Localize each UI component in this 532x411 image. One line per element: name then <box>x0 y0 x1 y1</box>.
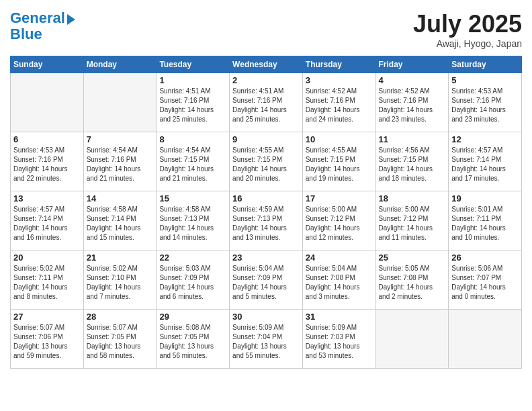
day-number: 8 <box>159 134 226 144</box>
day-info: Sunrise: 5:02 AM Sunset: 7:11 PM Dayligh… <box>13 264 81 302</box>
logo-arrow-icon <box>67 14 75 25</box>
calendar-cell: 7Sunrise: 4:54 AM Sunset: 7:16 PM Daylig… <box>83 132 157 191</box>
calendar-cell: 13Sunrise: 4:57 AM Sunset: 7:14 PM Dayli… <box>11 191 84 250</box>
title-block: July 2025 Awaji, Hyogo, Japan <box>413 10 522 49</box>
day-number: 15 <box>159 193 226 203</box>
day-number: 20 <box>13 253 81 263</box>
calendar-cell: 14Sunrise: 4:58 AM Sunset: 7:14 PM Dayli… <box>83 191 157 250</box>
calendar-cell: 19Sunrise: 5:01 AM Sunset: 7:11 PM Dayli… <box>449 191 522 250</box>
calendar-cell: 4Sunrise: 4:52 AM Sunset: 7:16 PM Daylig… <box>375 73 449 132</box>
day-number: 18 <box>379 193 446 203</box>
day-info: Sunrise: 5:06 AM Sunset: 7:07 PM Dayligh… <box>451 264 519 302</box>
calendar-cell: 24Sunrise: 5:04 AM Sunset: 7:08 PM Dayli… <box>302 250 375 310</box>
day-number: 26 <box>451 253 519 263</box>
logo-blue: Blue <box>10 26 75 42</box>
calendar-cell: 15Sunrise: 4:58 AM Sunset: 7:13 PM Dayli… <box>157 191 230 250</box>
day-info: Sunrise: 5:01 AM Sunset: 7:11 PM Dayligh… <box>451 205 519 242</box>
day-number: 17 <box>306 193 373 203</box>
day-info: Sunrise: 4:58 AM Sunset: 7:13 PM Dayligh… <box>159 205 226 242</box>
day-info: Sunrise: 4:51 AM Sunset: 7:16 PM Dayligh… <box>232 87 300 124</box>
day-number: 1 <box>159 75 226 85</box>
day-info: Sunrise: 5:03 AM Sunset: 7:09 PM Dayligh… <box>159 264 226 302</box>
calendar-cell: 29Sunrise: 5:08 AM Sunset: 7:05 PM Dayli… <box>157 310 230 369</box>
day-number: 5 <box>451 75 519 85</box>
day-info: Sunrise: 5:00 AM Sunset: 7:12 PM Dayligh… <box>379 205 446 242</box>
day-info: Sunrise: 4:59 AM Sunset: 7:13 PM Dayligh… <box>232 205 300 242</box>
day-number: 28 <box>87 312 154 322</box>
day-info: Sunrise: 4:53 AM Sunset: 7:16 PM Dayligh… <box>451 87 519 124</box>
day-info: Sunrise: 4:57 AM Sunset: 7:14 PM Dayligh… <box>13 205 81 242</box>
day-info: Sunrise: 4:55 AM Sunset: 7:15 PM Dayligh… <box>232 146 300 183</box>
calendar-cell <box>375 310 449 369</box>
calendar-cell <box>449 310 522 369</box>
day-info: Sunrise: 5:09 AM Sunset: 7:04 PM Dayligh… <box>232 323 300 361</box>
weekday-header-thursday: Thursday <box>302 56 375 73</box>
calendar-cell: 31Sunrise: 5:09 AM Sunset: 7:03 PM Dayli… <box>302 310 375 369</box>
calendar-cell: 18Sunrise: 5:00 AM Sunset: 7:12 PM Dayli… <box>375 191 449 250</box>
calendar-cell: 20Sunrise: 5:02 AM Sunset: 7:11 PM Dayli… <box>11 250 84 310</box>
weekday-header-tuesday: Tuesday <box>157 56 230 73</box>
day-number: 22 <box>159 253 226 263</box>
day-number: 6 <box>13 134 81 144</box>
weekday-header-sunday: Sunday <box>11 56 84 73</box>
calendar-cell: 21Sunrise: 5:02 AM Sunset: 7:10 PM Dayli… <box>83 250 157 310</box>
day-info: Sunrise: 4:58 AM Sunset: 7:14 PM Dayligh… <box>87 205 154 242</box>
calendar-cell: 2Sunrise: 4:51 AM Sunset: 7:16 PM Daylig… <box>230 73 303 132</box>
calendar-cell: 23Sunrise: 5:04 AM Sunset: 7:09 PM Dayli… <box>230 250 303 310</box>
calendar-cell: 6Sunrise: 4:53 AM Sunset: 7:16 PM Daylig… <box>11 132 84 191</box>
day-number: 23 <box>232 253 300 263</box>
calendar-cell <box>11 73 84 132</box>
calendar-table: SundayMondayTuesdayWednesdayThursdayFrid… <box>10 56 522 369</box>
day-number: 9 <box>232 134 300 144</box>
day-number: 16 <box>232 193 300 203</box>
day-info: Sunrise: 5:02 AM Sunset: 7:10 PM Dayligh… <box>87 264 154 302</box>
weekday-header-wednesday: Wednesday <box>230 56 303 73</box>
header: General Blue July 2025 Awaji, Hyogo, Jap… <box>10 10 522 49</box>
day-info: Sunrise: 4:57 AM Sunset: 7:14 PM Dayligh… <box>451 146 519 183</box>
day-number: 2 <box>232 75 300 85</box>
month-title: July 2025 <box>413 10 522 38</box>
weekday-header-monday: Monday <box>83 56 157 73</box>
calendar-cell: 16Sunrise: 4:59 AM Sunset: 7:13 PM Dayli… <box>230 191 303 250</box>
day-number: 21 <box>87 253 154 263</box>
calendar-cell: 5Sunrise: 4:53 AM Sunset: 7:16 PM Daylig… <box>449 73 522 132</box>
day-number: 7 <box>87 134 154 144</box>
day-info: Sunrise: 4:55 AM Sunset: 7:15 PM Dayligh… <box>306 146 373 183</box>
day-number: 4 <box>379 75 446 85</box>
calendar-cell: 12Sunrise: 4:57 AM Sunset: 7:14 PM Dayli… <box>449 132 522 191</box>
calendar-cell: 28Sunrise: 5:07 AM Sunset: 7:05 PM Dayli… <box>83 310 157 369</box>
day-info: Sunrise: 5:00 AM Sunset: 7:12 PM Dayligh… <box>306 205 373 242</box>
day-number: 29 <box>159 312 226 322</box>
day-info: Sunrise: 4:53 AM Sunset: 7:16 PM Dayligh… <box>13 146 81 183</box>
day-info: Sunrise: 5:05 AM Sunset: 7:08 PM Dayligh… <box>379 264 446 302</box>
day-info: Sunrise: 5:04 AM Sunset: 7:08 PM Dayligh… <box>306 264 373 302</box>
day-number: 14 <box>87 193 154 203</box>
day-info: Sunrise: 4:51 AM Sunset: 7:16 PM Dayligh… <box>159 87 226 124</box>
day-info: Sunrise: 4:54 AM Sunset: 7:16 PM Dayligh… <box>87 146 154 183</box>
day-number: 11 <box>379 134 446 144</box>
day-info: Sunrise: 5:04 AM Sunset: 7:09 PM Dayligh… <box>232 264 300 302</box>
day-number: 24 <box>306 253 373 263</box>
day-number: 25 <box>379 253 446 263</box>
day-number: 19 <box>451 193 519 203</box>
day-number: 13 <box>13 193 81 203</box>
weekday-header-saturday: Saturday <box>449 56 522 73</box>
calendar-cell: 11Sunrise: 4:56 AM Sunset: 7:15 PM Dayli… <box>375 132 449 191</box>
day-info: Sunrise: 4:52 AM Sunset: 7:16 PM Dayligh… <box>306 87 373 124</box>
calendar-cell <box>83 73 157 132</box>
calendar-cell: 17Sunrise: 5:00 AM Sunset: 7:12 PM Dayli… <box>302 191 375 250</box>
day-number: 27 <box>13 312 81 322</box>
logo: General Blue <box>10 10 75 42</box>
day-number: 3 <box>306 75 373 85</box>
calendar-cell: 27Sunrise: 5:07 AM Sunset: 7:06 PM Dayli… <box>11 310 84 369</box>
calendar-cell: 9Sunrise: 4:55 AM Sunset: 7:15 PM Daylig… <box>230 132 303 191</box>
day-info: Sunrise: 5:08 AM Sunset: 7:05 PM Dayligh… <box>159 323 226 361</box>
day-info: Sunrise: 5:07 AM Sunset: 7:05 PM Dayligh… <box>87 323 154 361</box>
day-number: 12 <box>451 134 519 144</box>
calendar-cell: 8Sunrise: 4:54 AM Sunset: 7:15 PM Daylig… <box>157 132 230 191</box>
day-info: Sunrise: 5:09 AM Sunset: 7:03 PM Dayligh… <box>306 323 373 361</box>
day-info: Sunrise: 4:52 AM Sunset: 7:16 PM Dayligh… <box>379 87 446 124</box>
calendar-cell: 1Sunrise: 4:51 AM Sunset: 7:16 PM Daylig… <box>157 73 230 132</box>
calendar-cell: 3Sunrise: 4:52 AM Sunset: 7:16 PM Daylig… <box>302 73 375 132</box>
location: Awaji, Hyogo, Japan <box>413 38 522 49</box>
